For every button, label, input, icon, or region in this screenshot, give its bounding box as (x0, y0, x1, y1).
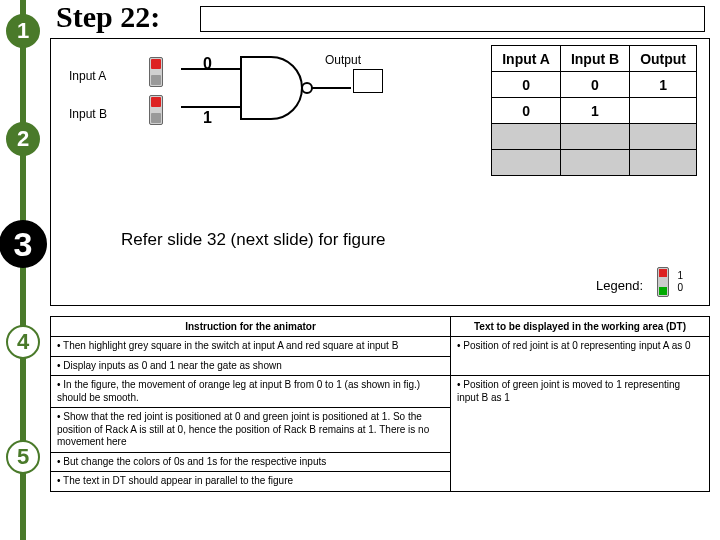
switch-input-a[interactable] (149, 57, 163, 87)
table-row: 0 0 1 (492, 72, 697, 98)
output-led (353, 69, 383, 93)
legend-led-icon (657, 267, 669, 297)
step-badge-5: 5 (6, 440, 40, 474)
switch-b-red (151, 97, 161, 107)
table-row (492, 124, 697, 150)
title-placeholder-box (200, 6, 705, 32)
truth-table: Input A Input B Output 0 0 1 0 1 (491, 45, 697, 176)
instr-header-right: Text to be displayed in the working area… (451, 317, 710, 337)
th-output: Output (630, 46, 697, 72)
legend-label: Legend: (596, 278, 643, 293)
instr-left-4: But change the colors of 0s and 1s for t… (51, 452, 451, 472)
working-area: Input A Input B Output 0 1 Input A Input… (50, 38, 710, 306)
legend-zero: 0 (677, 282, 683, 293)
step-badge-3-current: 3 (0, 220, 47, 268)
instr-left-2: In the figure, the movement of orange le… (51, 376, 451, 408)
refer-note: Refer slide 32 (next slide) for figure (121, 229, 386, 251)
table-row (492, 150, 697, 176)
switch-b-grey (151, 113, 161, 123)
th-input-a: Input A (492, 46, 561, 72)
instr-right-1: Position of green joint is moved to 1 re… (451, 376, 710, 492)
step-badge-4: 4 (6, 325, 40, 359)
instr-header-left: Instruction for the animator (51, 317, 451, 337)
step-badge-1: 1 (6, 14, 40, 48)
step-title: Step 22: (56, 0, 160, 34)
legend-red (659, 269, 667, 277)
step-badge-2: 2 (6, 122, 40, 156)
instr-right-0: Position of red joint is at 0 representi… (451, 337, 710, 376)
instr-left-0: Then highlight grey square in the switch… (51, 337, 451, 357)
legend-one: 1 (677, 270, 683, 281)
switch-a-red (151, 59, 161, 69)
instr-left-5: The text in DT should appear in parallel… (51, 472, 451, 492)
svg-point-2 (302, 83, 312, 93)
input-a-label: Input A (69, 69, 106, 83)
instr-left-1: Display inputs as 0 and 1 near the gate … (51, 356, 451, 376)
legend-green (659, 287, 667, 295)
table-row: 0 1 (492, 98, 697, 124)
input-b-label: Input B (69, 107, 107, 121)
th-input-b: Input B (560, 46, 629, 72)
switch-a-grey (151, 75, 161, 85)
instruction-table: Instruction for the animator Text to be … (50, 316, 710, 492)
instr-left-3: Show that the red joint is positioned at… (51, 408, 451, 453)
nand-gate-icon (181, 49, 361, 129)
switch-input-b[interactable] (149, 95, 163, 125)
